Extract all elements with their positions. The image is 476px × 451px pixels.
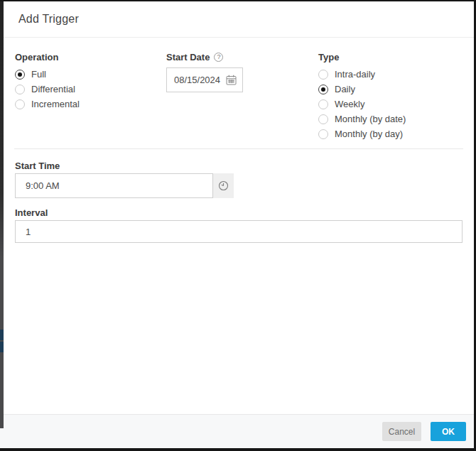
start-time-input[interactable] (15, 173, 213, 198)
start-date-label: Start Date (166, 52, 210, 63)
radio-icon (318, 99, 328, 109)
radio-option-label: Monthly (by day) (335, 129, 403, 139)
radio-option-weekly[interactable]: Weekly (318, 97, 463, 112)
radio-option-intra-daily[interactable]: Intra-daily (318, 67, 463, 82)
window-border-bottom (0, 448, 476, 451)
radio-option-label: Full (31, 69, 46, 80)
dialog-footer: Cancel OK (4, 414, 474, 448)
clock-icon[interactable] (213, 173, 234, 198)
section-divider (14, 148, 463, 149)
radio-option-monthly-by-date[interactable]: Monthly (by date) (318, 112, 463, 126)
radio-option-monthly-by-day[interactable]: Monthly (by day) (318, 126, 463, 141)
radio-option-label: Incremental (31, 99, 80, 109)
window-border-top (0, 0, 476, 1)
type-label: Type (318, 52, 463, 63)
start-date-label-row: Start Date (166, 52, 318, 63)
dialog-empty-space (4, 243, 474, 414)
radio-icon (15, 85, 25, 94)
dialog-header: Add Trigger (4, 1, 474, 38)
type-section: Type Intra-daily Daily Weekly (318, 52, 463, 141)
operation-radio-group: Full Differential Incremental (15, 67, 166, 112)
radio-icon (15, 70, 25, 80)
start-date-section: Start Date (166, 52, 318, 92)
start-date-input[interactable] (174, 75, 225, 85)
start-time-field (15, 173, 234, 198)
radio-icon (318, 85, 328, 94)
start-time-label: Start Time (15, 161, 463, 171)
interval-input[interactable] (15, 220, 463, 243)
ok-button[interactable]: OK (431, 422, 466, 441)
radio-option-differential[interactable]: Differential (15, 82, 166, 97)
radio-option-label: Intra-daily (335, 69, 375, 80)
radio-option-label: Daily (335, 84, 355, 94)
dialog-title: Add Trigger (18, 13, 79, 26)
radio-option-incremental[interactable]: Incremental (15, 97, 166, 112)
radio-option-label: Weekly (335, 99, 364, 109)
top-columns: Operation Full Differential Increment (15, 52, 463, 141)
radio-option-label: Differential (31, 84, 75, 94)
add-trigger-dialog: Add Trigger Operation Full Differential (4, 1, 474, 448)
radio-option-label: Monthly (by date) (335, 114, 406, 124)
radio-icon (318, 70, 328, 80)
screen: Add Trigger Operation Full Differential (0, 0, 476, 451)
operation-label: Operation (15, 52, 166, 63)
start-date-field (166, 67, 243, 92)
radio-icon (15, 99, 25, 109)
radio-icon (318, 129, 328, 139)
question-circle-icon[interactable] (214, 53, 223, 62)
operation-section: Operation Full Differential Increment (15, 52, 166, 112)
radio-option-full[interactable]: Full (15, 67, 166, 82)
cancel-button[interactable]: Cancel (382, 422, 421, 441)
dialog-body: Operation Full Differential Increment (4, 38, 474, 243)
radio-option-daily[interactable]: Daily (318, 82, 463, 97)
calendar-icon[interactable] (226, 75, 237, 85)
radio-icon (318, 114, 328, 124)
interval-label: Interval (15, 207, 463, 218)
type-radio-group: Intra-daily Daily Weekly Monthly (b (318, 67, 463, 141)
